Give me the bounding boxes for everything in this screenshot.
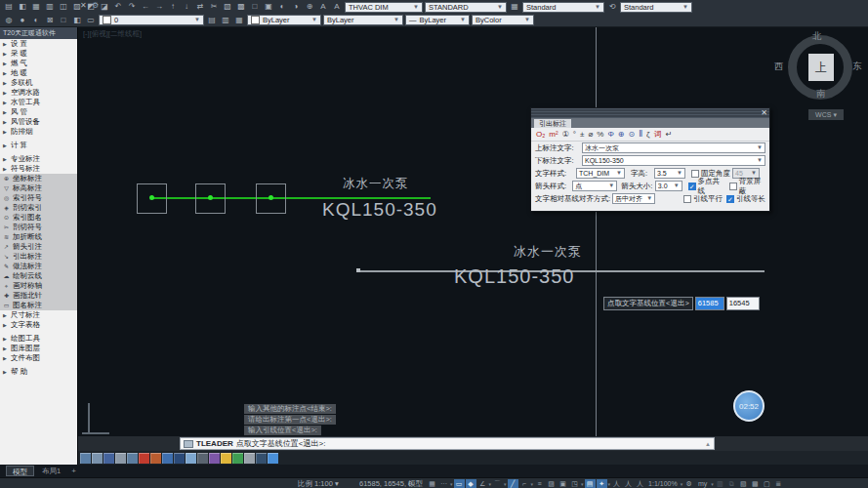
dynamic-ucs-icon[interactable]: ▤ xyxy=(585,479,596,488)
sidebar-item[interactable]: ▽标高标注 xyxy=(0,183,77,193)
toolbar-icon[interactable]: ↶ xyxy=(112,1,124,13)
special-symbol-button[interactable]: m² xyxy=(549,129,558,140)
sidebar-item[interactable]: ▶多联机 xyxy=(0,78,77,88)
compass-south-label[interactable]: 南 xyxy=(816,88,826,101)
lineweight-combo[interactable]: —ByLayer▼ xyxy=(405,15,470,25)
sidebar-item[interactable]: ▶燃 气 xyxy=(0,59,77,68)
close-icon[interactable]: ✕ xyxy=(761,108,767,118)
leader-annotation-dialog[interactable]: ✕ 引出标注 O₂m²①°±⌀%Φ⊕⊙Ⅱζ词↵ 上标注文字: 冰水一次泵▼ 下标… xyxy=(530,107,770,212)
viewcube-top-face[interactable]: 上 xyxy=(808,54,834,81)
sidebar-item[interactable]: ▶风管设备 xyxy=(0,117,77,127)
linetype-combo[interactable]: ByLayer▼ xyxy=(323,15,403,25)
toolbar-icon[interactable]: ◐ xyxy=(276,1,288,13)
dynamic-input-y-field[interactable]: 16545 xyxy=(726,297,760,310)
special-symbol-button[interactable]: 词 xyxy=(654,129,662,140)
compass-east-label[interactable]: 东 xyxy=(852,61,862,73)
equal-length-checkbox[interactable]: ✓ xyxy=(726,195,734,203)
layer-tool-icon[interactable]: ● xyxy=(17,15,28,26)
toolbar-icon[interactable]: ⊕ xyxy=(304,1,315,13)
quick-toolbar-icon[interactable] xyxy=(127,453,138,464)
annotation-icon[interactable]: 人 xyxy=(635,479,645,488)
command-close-icon[interactable]: ✕ xyxy=(80,1,87,10)
workspace-gear-icon[interactable]: ⚙ xyxy=(683,479,694,488)
quick-toolbar-icon[interactable] xyxy=(115,453,126,464)
sidebar-item[interactable]: ▶尺寸标注 xyxy=(0,310,77,320)
chevron-down-icon[interactable]: ▾ xyxy=(608,481,611,487)
wcs-button[interactable]: WCS ▾ xyxy=(808,109,844,120)
layer-tool-icon[interactable]: □ xyxy=(58,15,69,26)
model-space-toggle[interactable]: 模型 xyxy=(408,479,423,488)
toolbar-icon[interactable]: → xyxy=(153,1,165,13)
quick-toolbar-icon[interactable] xyxy=(80,453,91,464)
sidebar-item[interactable]: ✚画指北针 xyxy=(0,291,77,301)
snap-tracking-icon[interactable]: ⌐ xyxy=(519,479,530,488)
dialog-titlebar[interactable]: ✕ xyxy=(531,108,769,118)
special-symbol-button[interactable]: ⊙ xyxy=(628,129,635,140)
layer-tool-icon[interactable]: ◧ xyxy=(71,15,83,26)
toolbar-icon[interactable]: ◑ xyxy=(290,1,302,13)
quick-properties-icon[interactable]: ⧉ xyxy=(726,479,737,488)
align-combo[interactable]: 居中对齐▼ xyxy=(612,193,655,204)
special-symbol-button[interactable]: ⌀ xyxy=(588,129,593,140)
workspace-name[interactable]: my xyxy=(695,479,710,488)
special-symbol-button[interactable]: ↵ xyxy=(666,129,673,140)
layer-tool-icon[interactable]: ◐ xyxy=(30,15,42,26)
toolbar-icon[interactable]: ▧ xyxy=(222,1,233,13)
quick-toolbar-icon[interactable] xyxy=(162,453,173,464)
layer-state-icon[interactable]: ▤ xyxy=(206,15,218,26)
toolbar-icon[interactable]: ◪ xyxy=(99,1,110,13)
text-style-combo[interactable]: TCH_DIM▼ xyxy=(576,168,625,179)
polar-tracking-icon[interactable]: ∠ xyxy=(477,479,488,488)
toolbar-icon[interactable]: A xyxy=(317,1,329,13)
isodraft-icon[interactable]: ⌒ xyxy=(492,479,503,488)
sidebar-item[interactable]: ▶防排烟 xyxy=(0,127,77,137)
toolbar-icon[interactable]: ◫ xyxy=(58,1,69,13)
sidebar-item[interactable]: ▶空调水路 xyxy=(0,88,77,98)
compass-north-label[interactable]: 北 xyxy=(812,30,822,43)
viewport-controls[interactable]: [-][俯视][二维线框] xyxy=(83,29,142,39)
quick-toolbar-icon[interactable] xyxy=(150,453,161,464)
mleader-style-combo[interactable]: Standard▼ xyxy=(620,2,692,13)
layer-tool-icon[interactable]: ⊠ xyxy=(44,15,56,26)
command-customize-wrench-icon[interactable]: ⚙ xyxy=(92,1,99,10)
toolbar-icon[interactable]: ↑ xyxy=(167,1,179,13)
layer-state-icon[interactable]: ▥ xyxy=(220,15,231,26)
sidebar-item[interactable]: ☁绘制云线 xyxy=(0,271,77,281)
command-input-bar[interactable]: TLEADER 点取文字基线位置<退出>: ▲ xyxy=(180,437,715,450)
sidebar-item[interactable]: ▶地 暖 xyxy=(0,68,77,78)
sidebar-item[interactable]: ▶专业标注 xyxy=(0,154,77,164)
tab-layout1[interactable]: 布局1 xyxy=(36,466,66,476)
special-symbol-button[interactable]: Φ xyxy=(607,129,613,140)
lineweight-icon[interactable]: ≡ xyxy=(534,479,545,488)
toolbar-icon[interactable]: ▣ xyxy=(263,1,274,13)
sidebar-item[interactable]: ▶风 管 xyxy=(0,107,77,117)
sidebar-item[interactable]: ↘引出标注 xyxy=(0,252,77,262)
quick-toolbar-icon[interactable] xyxy=(256,453,267,464)
graphics-performance-icon[interactable]: ▩ xyxy=(750,479,761,488)
upper-text-combo[interactable]: 冰水一次泵▼ xyxy=(582,142,765,153)
text-style-icon[interactable]: A xyxy=(331,1,343,13)
dialog-title-tab[interactable]: 引出标注 xyxy=(534,119,571,128)
grid-icon[interactable]: ▦ xyxy=(427,479,437,488)
arrow-style-combo[interactable]: 点▼ xyxy=(572,181,617,191)
sidebar-item[interactable]: ▶文字表格 xyxy=(0,320,77,330)
toolbar-icon[interactable]: ⇄ xyxy=(194,1,206,13)
drawing-canvas[interactable]: [-][俯视][二维线框] 冰水一次泵 KQL150-350 冰水一次泵 KQL… xyxy=(78,27,868,436)
sidebar-item[interactable]: ✎做法标注 xyxy=(0,262,77,271)
text-style-combo[interactable]: STANDARD▼ xyxy=(425,2,507,13)
special-symbol-button[interactable]: O₂ xyxy=(536,129,545,140)
quick-toolbar-icon[interactable] xyxy=(221,453,231,464)
customization-icon[interactable]: ≣ xyxy=(773,479,784,488)
toolbar-icon[interactable]: ▩ xyxy=(235,1,247,13)
layer-tool-icon[interactable]: ▭ xyxy=(85,15,97,26)
sidebar-item[interactable]: ▶绘图工具 xyxy=(0,334,77,344)
quick-toolbar-icon[interactable] xyxy=(232,453,243,464)
annotation-scale[interactable]: 1:1/100% xyxy=(646,479,680,488)
parallel-leader-checkbox[interactable] xyxy=(683,195,691,203)
mleader-style-icon[interactable]: ⟲ xyxy=(606,1,618,13)
chevron-down-icon[interactable]: ▾ xyxy=(531,481,534,487)
toolbar-icon[interactable]: ↷ xyxy=(126,1,138,13)
sidebar-item[interactable]: ▶水管工具 xyxy=(0,98,77,107)
toolbar-icon[interactable]: ← xyxy=(140,1,151,13)
special-symbol-button[interactable]: ± xyxy=(580,129,584,140)
